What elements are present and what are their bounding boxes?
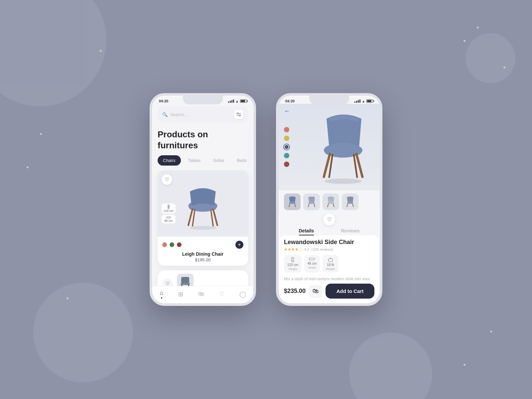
nav-bag[interactable]: 🛍: [198, 291, 204, 298]
favorite-button-2[interactable]: ♡: [162, 278, 173, 286]
filter-button[interactable]: [234, 110, 243, 119]
product-info-1: + Leigh Dining Chair $195.00: [158, 237, 248, 266]
svg-line-12: [213, 209, 217, 225]
thumbnail-3[interactable]: [323, 194, 339, 210]
category-tabs: Chairs Tables Sofas Beds: [152, 155, 253, 170]
signal-icon: [228, 99, 234, 103]
spec-height: 115 cm Height: [284, 255, 302, 273]
color-option-3[interactable]: [284, 144, 289, 150]
search-icon: 🔍: [162, 112, 168, 117]
rating-row: ★★★★☆ 4.2 (108 reviews): [284, 247, 374, 252]
svg-line-28: [289, 203, 290, 207]
product-detail-title: Lewandowski Side Chair: [284, 239, 374, 246]
battery-icon: [240, 99, 247, 103]
status-icons-2: ▲: [354, 99, 373, 103]
svg-line-13: [193, 210, 195, 226]
grid-icon: ⊞: [178, 291, 183, 298]
nav-favorites[interactable]: ♡: [219, 291, 224, 298]
svg-point-0: [237, 113, 238, 114]
status-icons-1: ▲: [228, 99, 247, 103]
svg-line-11: [188, 209, 193, 225]
color-dot-green[interactable]: [170, 242, 174, 247]
detail-bottom-bar: $235.00 🛍 Add to Cart: [279, 280, 380, 303]
spec-width-label: Width: [308, 266, 317, 269]
home-icon: ⌂: [160, 290, 163, 297]
review-count: (108 reviews): [311, 247, 333, 251]
category-tab-sofas[interactable]: Sofas: [208, 155, 229, 166]
spec-weight: 18 lb Weight: [323, 255, 338, 273]
product-description: Mix a dash of mid-century modern style i…: [284, 276, 374, 280]
search-bar[interactable]: 🔍 Search...: [158, 106, 248, 122]
search-input[interactable]: Search...: [170, 112, 231, 117]
color-option-5[interactable]: [284, 162, 289, 167]
color-selector-1: +: [162, 241, 243, 249]
add-to-cart-button[interactable]: Add to Cart: [326, 284, 374, 299]
color-option-2[interactable]: [284, 136, 289, 141]
nav-active-indicator: [161, 297, 162, 299]
svg-line-29: [295, 203, 296, 207]
color-option-4[interactable]: [284, 153, 289, 158]
height-badge: 115 cm: [162, 203, 176, 213]
nav-profile[interactable]: ◯: [239, 291, 246, 298]
phone-1: 04:20 ▲ 🔍 Search...: [150, 93, 256, 306]
phone-2-content: ←: [279, 104, 380, 303]
tab-details[interactable]: Details: [299, 227, 314, 235]
svg-line-35: [333, 203, 334, 207]
cart-icon-button[interactable]: 🛍: [309, 285, 322, 298]
product-detail-price: $235.00: [284, 288, 306, 295]
page-title: Products on furnitures: [152, 126, 253, 155]
favorite-button-1[interactable]: ♡: [162, 174, 172, 185]
dimension-badges: 115 cm 85 cm: [162, 203, 176, 223]
category-tab-beds[interactable]: Beds: [231, 155, 252, 166]
time-display-2: 04:20: [285, 99, 295, 103]
stars-display: ★★★★☆: [284, 247, 302, 252]
nav-home[interactable]: ⌂: [160, 290, 163, 299]
svg-line-14: [211, 210, 213, 226]
svg-point-1: [239, 115, 240, 116]
bg-decoration-1: [0, 0, 106, 106]
thumbnail-1[interactable]: [284, 194, 301, 210]
svg-rect-42: [329, 259, 332, 262]
spec-width: 46 cm Width: [304, 255, 320, 273]
decorative-dot: [490, 331, 492, 332]
back-button[interactable]: ←: [284, 108, 290, 115]
category-tab-tables[interactable]: Tables: [183, 155, 206, 166]
nav-grid[interactable]: ⊞: [178, 291, 183, 298]
bg-decoration-3: [349, 332, 432, 399]
thumbnail-2[interactable]: [303, 194, 320, 210]
spec-height-label: Height: [287, 267, 298, 271]
width-badge: 85 cm: [162, 215, 176, 223]
tab-reviews[interactable]: Reviews: [341, 227, 359, 235]
svg-line-34: [328, 203, 329, 207]
svg-rect-41: [309, 258, 315, 260]
color-option-1[interactable]: [284, 127, 289, 132]
bg-decoration-4: [466, 33, 515, 83]
bg-decoration-2: [33, 283, 133, 382]
decorative-dot: [100, 50, 102, 52]
thumbnail-row: [279, 190, 380, 213]
thumbnail-4[interactable]: [342, 194, 358, 210]
color-dot-brown[interactable]: [177, 242, 182, 247]
detail-content-area: Lewandowski Side Chair ★★★★☆ 4.2 (108 re…: [279, 235, 380, 280]
decorative-dot: [40, 133, 42, 135]
category-tab-chairs[interactable]: Chairs: [158, 155, 181, 166]
bottom-navigation: ⌂ ⊞ 🛍 ♡ ◯: [152, 286, 253, 303]
color-dot-red[interactable]: [162, 242, 167, 247]
rating-value: 4.2: [304, 247, 309, 251]
detail-image-area: ←: [279, 104, 380, 190]
heart-icon: ♡: [219, 291, 224, 298]
decorative-dot: [66, 297, 68, 299]
chair-image-1: [180, 177, 226, 230]
product-image-2: [177, 274, 194, 286]
svg-rect-8: [167, 217, 171, 218]
add-color-button[interactable]: +: [235, 241, 243, 249]
bag-icon: 🛍: [198, 291, 204, 298]
notch-2: [309, 96, 349, 104]
decorative-dot: [477, 27, 479, 29]
products-list: ♡ 115 cm: [152, 170, 253, 286]
favorite-button-detail[interactable]: ♡: [323, 213, 335, 225]
wifi-icon: ▲: [235, 99, 239, 103]
svg-line-31: [308, 203, 309, 207]
svg-line-37: [347, 203, 348, 207]
svg-line-38: [352, 203, 353, 207]
